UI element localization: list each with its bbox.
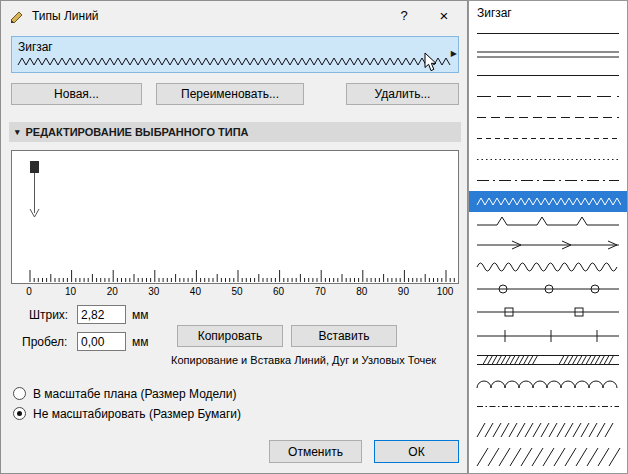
line-type-item-dash[interactable]	[469, 107, 627, 128]
line-type-dropdown[interactable]: Зигзаг ▶	[11, 36, 459, 73]
ruler-label: 70	[315, 286, 326, 297]
dash-input[interactable]	[77, 305, 126, 324]
radio-icon[interactable]	[13, 407, 26, 420]
dash-unit: мм	[132, 308, 149, 322]
line-edit-canvas[interactable]	[11, 150, 459, 284]
titlebar[interactable]: Типы Линий ? ×	[1, 1, 467, 31]
copy-button[interactable]: Копировать	[177, 325, 283, 347]
line-types-screen: Типы Линий ? × Зигзаг ▶ Новая... Переиме…	[0, 0, 628, 474]
dash-handle[interactable]	[18, 159, 58, 232]
line-type-item-wave[interactable]	[469, 256, 627, 278]
paste-button[interactable]: Вставить	[291, 325, 397, 347]
selected-type-name: Зигзаг	[18, 40, 53, 54]
scale-option-model-label: В масштабе плана (Размер Модели)	[33, 387, 237, 401]
copy-paste-hint: Копирование и Вставка Линий, Дуг и Узлов…	[171, 354, 436, 366]
line-type-item-dash-dot[interactable]	[469, 170, 627, 191]
edit-section-title: РЕДАКТИРОВАНИЕ ВЫБРАННОГО ТИПА	[26, 126, 249, 138]
line-type-item-dense-dashdot[interactable]	[469, 396, 627, 417]
selected-type-preview	[16, 53, 454, 70]
line-type-item-solid[interactable]	[469, 23, 627, 44]
line-type-item-circles[interactable]	[469, 278, 627, 300]
scale-option-paper-label: Не масштабировать (Размер Бумаги)	[33, 407, 241, 421]
line-type-item-zigzag[interactable]	[469, 191, 627, 212]
line-types-dialog: Типы Линий ? × Зигзаг ▶ Новая... Переиме…	[0, 0, 468, 474]
edit-section-header[interactable]: ▾ РЕДАКТИРОВАНИЕ ВЫБРАННОГО ТИПА	[9, 122, 461, 142]
line-type-item-crosses[interactable]	[469, 324, 627, 348]
line-type-item-peaks[interactable]	[469, 212, 627, 234]
line-type-item-diagonal-wide[interactable]	[469, 443, 627, 471]
line-type-item-diagonal[interactable]	[469, 417, 627, 443]
line-type-item-squares[interactable]	[469, 300, 627, 324]
gap-input[interactable]	[77, 332, 126, 351]
line-type-item-dot[interactable]	[469, 149, 627, 170]
ruler-label: 100	[437, 286, 454, 297]
ruler-ticks	[12, 267, 460, 283]
line-type-list	[469, 23, 627, 471]
ruler-label: 10	[65, 286, 76, 297]
ruler-labels: 0102030405060708090100	[11, 286, 459, 298]
line-type-item-double[interactable]	[469, 44, 627, 65]
rename-button[interactable]: Переименовать...	[156, 83, 304, 105]
line-type-item-dash-short[interactable]	[469, 128, 627, 149]
ruler-label: 40	[190, 286, 201, 297]
radio-icon[interactable]	[13, 387, 26, 400]
line-type-icon	[9, 8, 25, 24]
cancel-button[interactable]: Отменить	[269, 440, 362, 463]
line-type-item-arrows[interactable]	[469, 234, 627, 256]
line-type-item-dash-long[interactable]	[469, 86, 627, 107]
gap-label: Пробел:	[22, 335, 67, 349]
dash-label: Штрих:	[29, 308, 68, 322]
flyout-arrow-icon: ▶	[451, 49, 457, 58]
ruler-label: 0	[26, 286, 32, 297]
line-type-item-hatch-band[interactable]	[469, 348, 627, 372]
ruler-label: 20	[107, 286, 118, 297]
ruler-label: 90	[398, 286, 409, 297]
dialog-title: Типы Линий	[32, 9, 99, 23]
scale-option-paper[interactable]: Не масштабировать (Размер Бумаги)	[13, 406, 241, 421]
new-button[interactable]: Новая...	[11, 83, 142, 105]
disclosure-triangle-icon: ▾	[15, 127, 20, 137]
gap-unit: мм	[132, 335, 149, 349]
ruler-label: 30	[148, 286, 159, 297]
scale-option-model[interactable]: В масштабе плана (Размер Модели)	[13, 386, 237, 401]
line-type-item-solid[interactable]	[469, 65, 627, 86]
line-types-flyout: Зигзаг	[468, 0, 628, 474]
close-button[interactable]: ×	[421, 1, 467, 31]
line-type-item-scallop[interactable]	[469, 372, 627, 396]
ruler-label: 80	[356, 286, 367, 297]
ruler-label: 50	[231, 286, 242, 297]
delete-button[interactable]: Удалить...	[346, 83, 459, 105]
ruler-label: 60	[273, 286, 284, 297]
ok-button[interactable]: ОК	[374, 440, 459, 463]
flyout-title: Зигзаг	[469, 1, 627, 23]
help-button[interactable]: ?	[387, 1, 421, 31]
